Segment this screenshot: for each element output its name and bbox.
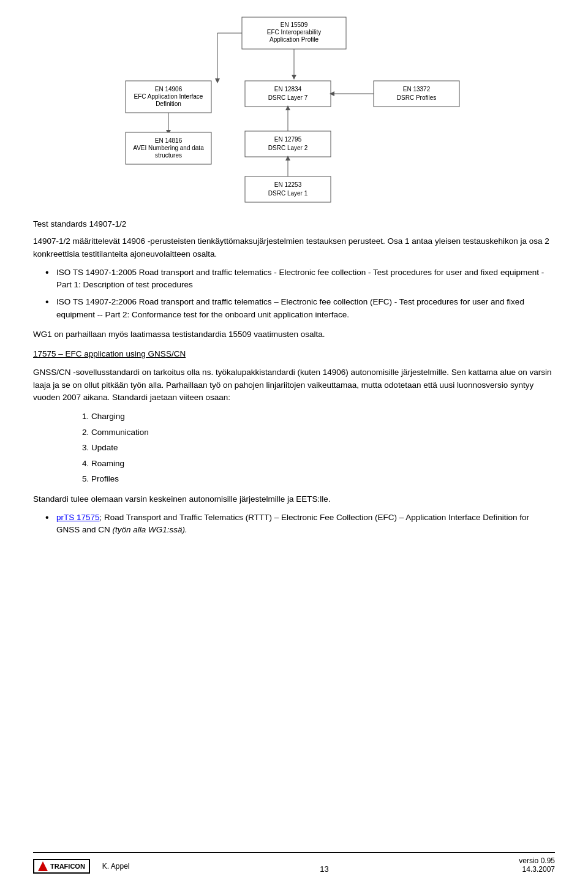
iso-bullet-2: ISO TS 14907-2:2006 Road transport and t… — [45, 296, 555, 321]
svg-text:DSRC Layer 1: DSRC Layer 1 — [268, 190, 308, 197]
list-item-2: 2. Communication — [82, 426, 555, 439]
iso-standards-list: ISO TS 14907-1:2005 Road transport and t… — [45, 266, 555, 321]
svg-text:EN 12795: EN 12795 — [274, 136, 302, 143]
svg-text:EFC Interoperability: EFC Interoperability — [267, 29, 321, 36]
svg-text:structures: structures — [155, 152, 182, 159]
footer-date: 14.3.2007 — [519, 865, 555, 874]
footer-left: TRAFICON K. Appel — [33, 859, 130, 874]
para2: WG1 on parhaillaan myös laatimassa testi… — [33, 328, 555, 341]
page: EN 15509 EFC Interoperability Applicatio… — [0, 0, 588, 892]
svg-text:EN 14816: EN 14816 — [155, 137, 183, 144]
svg-text:Definition: Definition — [156, 100, 181, 107]
list-item-3: 3. Update — [82, 441, 555, 455]
svg-text:DSRC Profiles: DSRC Profiles — [397, 94, 436, 101]
test-standards-section: Test standards 14907-1/2 14907-1/2 määri… — [33, 218, 555, 341]
logo-triangle-icon — [38, 861, 48, 871]
footer-right: versio 0.95 14.3.2007 — [519, 856, 555, 874]
list-num: 2. — [82, 428, 89, 437]
svg-text:EN 15509: EN 15509 — [281, 21, 308, 28]
footer: TRAFICON K. Appel 13 versio 0.95 14.3.20… — [0, 852, 588, 874]
svg-rect-18 — [374, 81, 459, 107]
svg-marker-5 — [292, 75, 296, 80]
footer-author: K. Appel — [102, 862, 130, 871]
list-num: 3. — [82, 443, 89, 452]
svg-text:EFC Application Interface: EFC Application Interface — [134, 93, 203, 100]
prts-bullet: prTS 17575; Road Transport and Traffic T… — [45, 512, 555, 537]
footer-content: TRAFICON K. Appel 13 versio 0.95 14.3.20… — [33, 856, 555, 874]
svg-marker-8 — [215, 78, 220, 83]
footer-page-number: 13 — [320, 864, 328, 874]
gnss-section: 17575 – EFC application using GNSS/CN GN… — [33, 348, 555, 537]
list-item-1: 1. Charging — [82, 410, 555, 423]
iso-bullet-2-text: ISO TS 14907-2:2006 Road transport and t… — [56, 297, 524, 319]
logo-text: TRAFICON — [50, 863, 85, 870]
svg-text:DSRC Layer 7: DSRC Layer 7 — [268, 94, 308, 101]
prts-italic: (työn alla WG1:ssä). — [113, 525, 187, 534]
footer-version: versio 0.95 — [519, 856, 555, 865]
list-text: Communication — [91, 428, 149, 437]
gnss-section-title: 17575 – EFC application using GNSS/CN — [33, 348, 555, 360]
iso-bullet-1-text: ISO TS 14907-1:2005 Road transport and t… — [56, 268, 544, 289]
svg-text:EN 13372: EN 13372 — [403, 86, 431, 93]
prts-list: prTS 17575; Road Transport and Traffic T… — [45, 512, 555, 537]
traficon-logo: TRAFICON — [33, 859, 90, 874]
page-number: 13 — [320, 864, 328, 874]
list-num: 5. — [82, 474, 89, 483]
list-text: Profiles — [91, 474, 119, 483]
para1: 14907-1/2 määrittelevät 14906 -perusteis… — [33, 235, 555, 260]
svg-text:DSRC Layer 2: DSRC Layer 2 — [268, 145, 308, 151]
list-item-5: 5. Profiles — [82, 472, 555, 486]
svg-text:EN 12253: EN 12253 — [274, 181, 302, 188]
svg-rect-29 — [245, 131, 331, 157]
svg-text:AVEI Numbering and data: AVEI Numbering and data — [133, 145, 204, 151]
footer-divider — [33, 852, 555, 853]
iso-bullet-1: ISO TS 14907-1:2005 Road transport and t… — [45, 266, 555, 292]
numbered-list: 1. Charging 2. Communication 3. Update 4… — [82, 410, 555, 486]
svg-rect-13 — [245, 81, 331, 107]
list-text: Charging — [91, 412, 125, 421]
diagram-svg: EN 15509 EFC Interoperability Applicatio… — [116, 16, 472, 205]
list-text: Update — [91, 443, 118, 452]
list-num: 4. — [82, 459, 89, 468]
list-num: 1. — [82, 412, 89, 421]
list-text: Roaming — [91, 459, 124, 468]
svg-text:Application Profile: Application Profile — [270, 36, 318, 43]
prts-link[interactable]: prTS 17575 — [56, 513, 100, 522]
svg-rect-34 — [245, 176, 331, 202]
svg-text:EN 14906: EN 14906 — [155, 86, 183, 93]
svg-text:EN 12834: EN 12834 — [274, 86, 302, 93]
list-item-4: 4. Roaming — [82, 457, 555, 471]
test-standards-heading: Test standards 14907-1/2 — [33, 218, 555, 230]
diagram-container: EN 15509 EFC Interoperability Applicatio… — [33, 16, 555, 205]
para4: Standardi tulee olemaan varsin keskeinen… — [33, 493, 555, 505]
para3: GNSS/CN -sovellusstandardi on tarkoitus … — [33, 366, 555, 404]
